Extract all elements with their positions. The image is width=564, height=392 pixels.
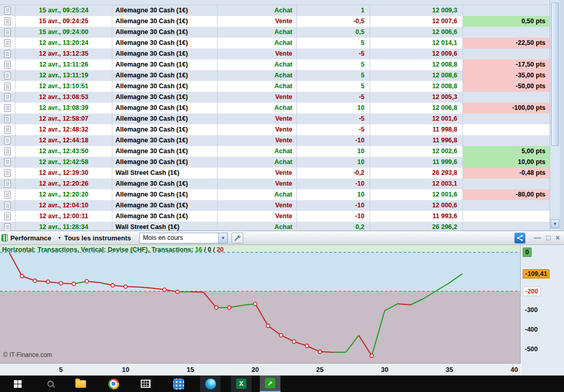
taskbar-app-grid[interactable]	[168, 375, 189, 392]
neutral-trades-count: 0	[208, 246, 211, 253]
document-icon[interactable]	[4, 50, 11, 58]
trade-side: Achat	[218, 81, 297, 92]
trade-quantity: 5	[297, 70, 370, 81]
table-row[interactable]: 12 avr., 13:08:39 Allemagne 30 Cash (1€)…	[0, 103, 550, 113]
document-icon[interactable]	[4, 28, 11, 36]
taskbar-trading-app[interactable]: ↗	[260, 375, 280, 392]
taskbar-spreadsheet-grid[interactable]	[135, 375, 156, 392]
trade-date: 12 avr., 12:58:07	[15, 113, 112, 124]
table-row[interactable]: 12 avr., 12:39:30 Wall Street Cash (1€) …	[0, 168, 550, 178]
settings-button[interactable]	[231, 233, 243, 243]
document-icon[interactable]	[4, 148, 11, 155]
trade-instrument: Allemagne 30 Cash (1€)	[112, 189, 218, 200]
taskbar-excel[interactable]: X	[231, 375, 252, 392]
trade-price: 12 001,6	[370, 189, 463, 200]
trade-side: Vente	[218, 168, 297, 178]
trade-quantity: -10	[297, 200, 370, 211]
taskbar-file-explorer[interactable]	[70, 375, 91, 392]
document-icon[interactable]	[4, 115, 11, 123]
table-row[interactable]: 12 avr., 13:08:53 Allemagne 30 Cash (1€)…	[0, 92, 550, 103]
trade-side: Achat	[218, 146, 297, 157]
table-row[interactable]: 12 avr., 11:28:34 Wall Street Cash (1€) …	[0, 222, 550, 231]
trade-instrument: Allemagne 30 Cash (1€)	[112, 92, 218, 103]
document-icon[interactable]	[4, 223, 11, 231]
chart-info-line: Horizontal: Transactions, Vertical: Devi…	[2, 246, 224, 253]
table-row[interactable]: 12 avr., 12:44:18 Allemagne 30 Cash (1€)…	[0, 135, 550, 146]
instrument-filter-dropdown[interactable]: ▼ Tous les instruments	[57, 234, 131, 242]
trade-quantity: -10	[297, 211, 370, 222]
document-icon[interactable]	[4, 83, 11, 90]
table-row[interactable]: 12 avr., 13:11:19 Allemagne 30 Cash (1€)…	[0, 70, 550, 81]
trade-date: 12 avr., 12:20:26	[15, 178, 112, 189]
table-row[interactable]: 12 avr., 13:12:35 Allemagne 30 Cash (1€)…	[0, 48, 550, 59]
scrollbar-thumb[interactable]	[551, 3, 559, 146]
table-row[interactable]: 12 avr., 12:43:50 Allemagne 30 Cash (1€)…	[0, 146, 550, 157]
table-row[interactable]: 12 avr., 13:10:51 Allemagne 30 Cash (1€)…	[0, 81, 550, 92]
document-icon[interactable]	[4, 39, 11, 47]
trade-price: 12 009,6	[370, 48, 463, 59]
document-icon[interactable]	[4, 72, 11, 79]
trade-date: 12 avr., 13:11:19	[15, 70, 112, 81]
document-icon[interactable]	[4, 169, 11, 177]
document-icon[interactable]	[4, 126, 11, 134]
table-row[interactable]: 15 avr., 09:24:25 Allemagne 30 Cash (1€)…	[0, 16, 550, 27]
scroll-down-button[interactable]: ▼	[551, 219, 559, 228]
minimize-button[interactable]: —	[534, 231, 541, 245]
table-row[interactable]: 12 avr., 12:04:10 Allemagne 30 Cash (1€)…	[0, 200, 550, 211]
document-icon[interactable]	[4, 93, 11, 101]
close-button[interactable]: ×	[556, 231, 560, 245]
share-button[interactable]	[515, 233, 525, 243]
trade-price: 11 998,8	[370, 124, 463, 135]
taskbar-chrome[interactable]	[103, 375, 124, 392]
document-icon[interactable]	[4, 158, 11, 166]
table-row[interactable]: 12 avr., 12:48:32 Allemagne 30 Cash (1€)…	[0, 124, 550, 135]
trade-price: 12 001,6	[370, 113, 463, 124]
table-row[interactable]: 12 avr., 12:58:07 Allemagne 30 Cash (1€)…	[0, 113, 550, 124]
maximize-button[interactable]: □	[546, 231, 550, 245]
document-icon[interactable]	[4, 7, 11, 14]
table-row[interactable]: 12 avr., 13:11:26 Allemagne 30 Cash (1€)…	[0, 59, 550, 70]
spreadsheet-grid-icon	[141, 380, 151, 388]
table-row[interactable]: 15 avr., 09:24:00 Allemagne 30 Cash (1€)…	[0, 27, 550, 38]
trade-points: -35,00 pts	[463, 70, 550, 81]
table-row[interactable]: 12 avr., 12:20:26 Allemagne 30 Cash (1€)…	[0, 178, 550, 189]
trade-points	[463, 48, 550, 59]
table-row[interactable]: 15 avr., 09:25:24 Allemagne 30 Cash (1€)…	[0, 5, 550, 16]
trading-platform-window: 15 avr., 09:25:24 Allemagne 30 Cash (1€)…	[0, 0, 564, 392]
performance-chart[interactable]: Horizontal: Transactions, Vertical: Devi…	[0, 245, 521, 363]
document-icon[interactable]	[4, 213, 11, 220]
trade-instrument: Allemagne 30 Cash (1€)	[112, 146, 218, 157]
table-row[interactable]: 12 avr., 12:20:20 Allemagne 30 Cash (1€)…	[0, 189, 550, 200]
period-select[interactable]: Mois en cours ▼	[139, 233, 228, 243]
document-icon[interactable]	[4, 180, 11, 188]
document-icon[interactable]	[4, 202, 11, 209]
trade-points: -50,00 pts	[463, 81, 550, 92]
trade-points: -100,00 pts	[463, 103, 550, 113]
taskbar-search[interactable]	[40, 375, 61, 392]
trade-price: 12 000,6	[370, 200, 463, 211]
trade-price: 11 996,8	[370, 135, 463, 146]
trade-instrument: Allemagne 30 Cash (1€)	[112, 178, 218, 189]
table-scrollbar[interactable]: ▼	[550, 0, 560, 231]
document-icon[interactable]	[4, 137, 11, 144]
trade-date: 12 avr., 12:20:20	[15, 189, 112, 200]
trade-price: 12 002,6	[370, 146, 463, 157]
document-icon[interactable]	[4, 191, 11, 199]
chart-x-axis: 510152025303540	[0, 363, 521, 375]
x-axis-tick: 5	[52, 366, 70, 373]
y-axis-label: -109,41	[523, 269, 550, 279]
document-icon[interactable]	[4, 61, 11, 69]
trade-quantity: -5	[297, 48, 370, 59]
table-row[interactable]: 12 avr., 12:42:58 Allemagne 30 Cash (1€)…	[0, 157, 550, 168]
table-row[interactable]: 12 avr., 12:00:11 Allemagne 30 Cash (1€)…	[0, 211, 550, 222]
chevron-down-icon[interactable]: ▼	[218, 233, 227, 243]
taskbar-windows-start[interactable]	[7, 375, 28, 392]
x-axis-tick: 35	[441, 366, 458, 373]
table-row[interactable]: 12 avr., 13:20:24 Allemagne 30 Cash (1€)…	[0, 38, 550, 48]
document-icon[interactable]	[4, 104, 11, 112]
taskbar-edge[interactable]	[200, 375, 221, 392]
trade-date: 12 avr., 13:08:39	[15, 103, 112, 113]
y-axis-label: -400	[523, 325, 540, 334]
document-icon[interactable]	[4, 18, 11, 25]
trade-price: 12 014,1	[370, 38, 463, 48]
